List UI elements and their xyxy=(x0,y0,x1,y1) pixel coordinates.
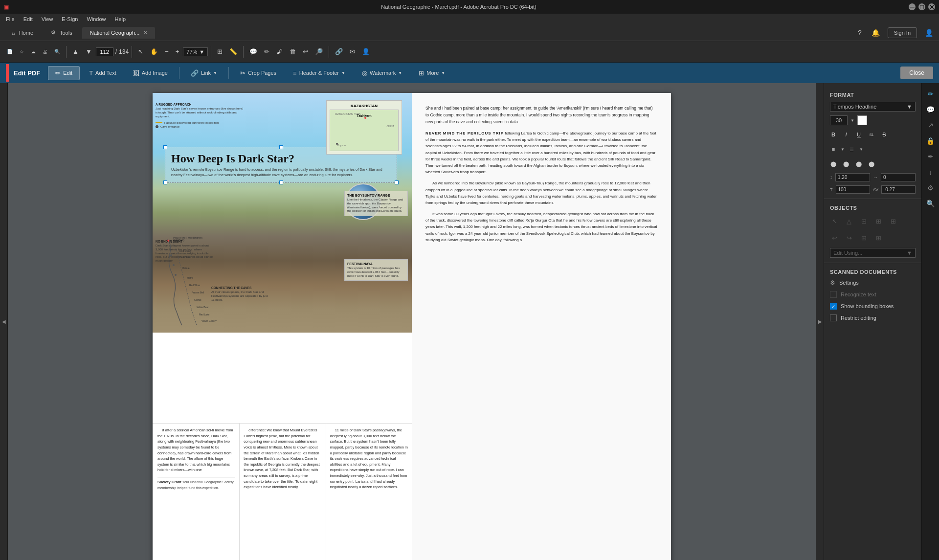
restrict-editing-checkbox[interactable] xyxy=(830,314,837,321)
bullet-list-button[interactable]: ≡ xyxy=(828,144,839,155)
select-tool[interactable]: ↖ xyxy=(135,46,146,57)
comment-button[interactable]: 💬 xyxy=(246,46,260,57)
link-tool[interactable]: 🔗 xyxy=(332,46,346,57)
menu-help[interactable]: Help xyxy=(111,15,130,23)
more-obj-button[interactable]: ⊞ xyxy=(887,215,899,227)
strip-comment-icon[interactable]: 💬 xyxy=(924,103,938,116)
handle-tm[interactable] xyxy=(279,145,283,149)
zoom-level[interactable]: 77% ▼ xyxy=(183,47,208,56)
pdf-viewer[interactable]: How Deep Is Dark Star? Uzbekistan's remo… xyxy=(8,83,816,560)
profile-button[interactable]: 👤 xyxy=(923,27,935,39)
right-panel-toggle[interactable]: ▶ xyxy=(816,83,824,560)
strip-search-icon[interactable]: 🔍 xyxy=(924,197,938,210)
left-panel-toggle[interactable]: ◀ xyxy=(0,83,8,560)
align-obj-button[interactable]: ⊞ xyxy=(872,231,885,244)
search-button[interactable]: 🔍 xyxy=(51,47,63,56)
current-page-input[interactable]: 112 xyxy=(96,47,113,56)
maximize-button[interactable]: □ xyxy=(918,3,925,10)
tab-home[interactable]: ⌂ Home xyxy=(4,27,41,39)
font-dropdown[interactable]: Tiempos Headline ▼ xyxy=(830,102,916,112)
more-button[interactable]: ⊞ More ▼ xyxy=(411,66,452,80)
prev-page-button[interactable]: ▲ xyxy=(69,46,82,57)
delete-button[interactable]: 🗑 xyxy=(287,46,299,57)
strip-share-icon[interactable]: ↗ xyxy=(924,118,938,132)
color-swatch[interactable] xyxy=(857,115,867,125)
menu-view[interactable]: View xyxy=(38,15,57,23)
help-button[interactable]: ? xyxy=(856,27,864,39)
align-justify-button[interactable]: ⬤ xyxy=(866,158,877,169)
user-button[interactable]: 👤 xyxy=(359,46,373,57)
redo-obj-button[interactable]: ↪ xyxy=(843,231,855,244)
tab-document[interactable]: National Geograph... ✕ xyxy=(82,27,156,39)
underline-button[interactable]: U xyxy=(853,129,864,140)
italic-button[interactable]: I xyxy=(841,129,851,140)
scale-input[interactable] xyxy=(836,185,870,194)
next-page-button[interactable]: ▼ xyxy=(83,46,95,57)
settings-item[interactable]: ⚙ Settings xyxy=(824,277,921,289)
handle-bm[interactable] xyxy=(279,180,283,184)
zoom-in-button[interactable]: + xyxy=(173,46,182,57)
undo-obj-button[interactable]: ↩ xyxy=(828,231,841,244)
handle-bl[interactable] xyxy=(163,180,167,184)
cloud-button[interactable]: ☁ xyxy=(28,47,39,56)
sign-in-button[interactable]: Sign In xyxy=(888,27,917,38)
link-button[interactable]: 🔗 Link ▼ xyxy=(183,66,224,80)
highlight-button[interactable]: 🖌 xyxy=(273,46,286,57)
watermark-button[interactable]: ◎ Watermark ▼ xyxy=(355,66,409,80)
handle-br[interactable] xyxy=(395,180,399,184)
handle-tl[interactable] xyxy=(163,145,167,149)
strikethrough-button[interactable]: S xyxy=(879,129,890,140)
close-window-button[interactable]: ✕ xyxy=(928,3,935,10)
show-bounding-boxes-item[interactable]: ✓ Show bounding boxes xyxy=(824,300,921,312)
crop-obj-button[interactable]: ⊞ xyxy=(857,215,870,227)
tracking-input[interactable] xyxy=(881,185,916,194)
strip-edit-icon[interactable]: ✏ xyxy=(924,87,938,101)
header-footer-button[interactable]: ≡ Header & Footer ▼ xyxy=(286,66,353,80)
pen-button[interactable]: ✏ xyxy=(261,46,272,57)
table-button[interactable]: ⊞ xyxy=(872,215,885,227)
align-right-button[interactable]: ⬤ xyxy=(853,158,864,169)
numbered-list-button[interactable]: ≣ xyxy=(847,144,857,155)
zoom-out-button[interactable]: − xyxy=(162,46,172,57)
strip-protect-icon[interactable]: 🔒 xyxy=(924,134,938,148)
menu-window[interactable]: Window xyxy=(83,15,110,23)
bold-button[interactable]: B xyxy=(828,129,839,140)
close-edit-button[interactable]: Close xyxy=(900,67,933,79)
new-button[interactable]: 📄 xyxy=(4,47,16,56)
find-button[interactable]: 🔎 xyxy=(312,46,326,57)
ruler-button[interactable]: 📏 xyxy=(226,46,240,57)
fit-page-button[interactable]: ⊞ xyxy=(214,46,225,57)
recognize-text-item[interactable]: Recognize text xyxy=(824,289,921,300)
crop-pages-button[interactable]: ✂ Crop Pages xyxy=(233,66,284,80)
tab-tools[interactable]: ⚙ Tools xyxy=(43,26,80,39)
add-image-button[interactable]: 🖼 Add Image xyxy=(126,66,175,80)
menu-edit[interactable]: Edit xyxy=(20,15,37,23)
menu-file[interactable]: File xyxy=(2,15,19,23)
hand-tool[interactable]: ✋ xyxy=(147,46,161,57)
shape-button[interactable]: △ xyxy=(843,215,855,227)
line-spacing-input[interactable] xyxy=(835,173,870,181)
font-size-input[interactable] xyxy=(830,115,848,125)
edit-using-dropdown[interactable]: Edit Using... ▼ xyxy=(830,248,916,258)
minimize-button[interactable]: ─ xyxy=(909,3,916,10)
select-obj-button[interactable]: ↖ xyxy=(828,215,841,227)
menu-esign[interactable]: E-Sign xyxy=(58,15,82,23)
edit-button[interactable]: ✏ Edit xyxy=(48,66,80,80)
align-center-button[interactable]: ⬤ xyxy=(841,158,851,169)
show-bounding-boxes-checkbox[interactable]: ✓ xyxy=(830,303,837,310)
strip-tools-icon[interactable]: ⚙ xyxy=(924,181,938,195)
print-button[interactable]: 🖨 xyxy=(40,47,50,56)
tab-close-button[interactable]: ✕ xyxy=(143,30,147,35)
undo-button[interactable]: ↩ xyxy=(300,46,311,57)
indent-input[interactable] xyxy=(881,173,916,181)
strip-export-icon[interactable]: ↓ xyxy=(924,165,938,179)
restrict-editing-item[interactable]: Restrict editing xyxy=(824,312,921,324)
recognize-text-checkbox[interactable] xyxy=(830,291,837,298)
email-button[interactable]: ✉ xyxy=(347,46,358,57)
bookmark-button[interactable]: ☆ xyxy=(17,47,27,56)
arrange-button[interactable]: ⊞ xyxy=(857,231,870,244)
strip-sign-icon[interactable]: ✒ xyxy=(924,150,938,163)
notifications-button[interactable]: 🔔 xyxy=(870,27,882,39)
align-left-button[interactable]: ⬤ xyxy=(828,158,839,169)
superscript-button[interactable]: S1 xyxy=(866,129,877,140)
